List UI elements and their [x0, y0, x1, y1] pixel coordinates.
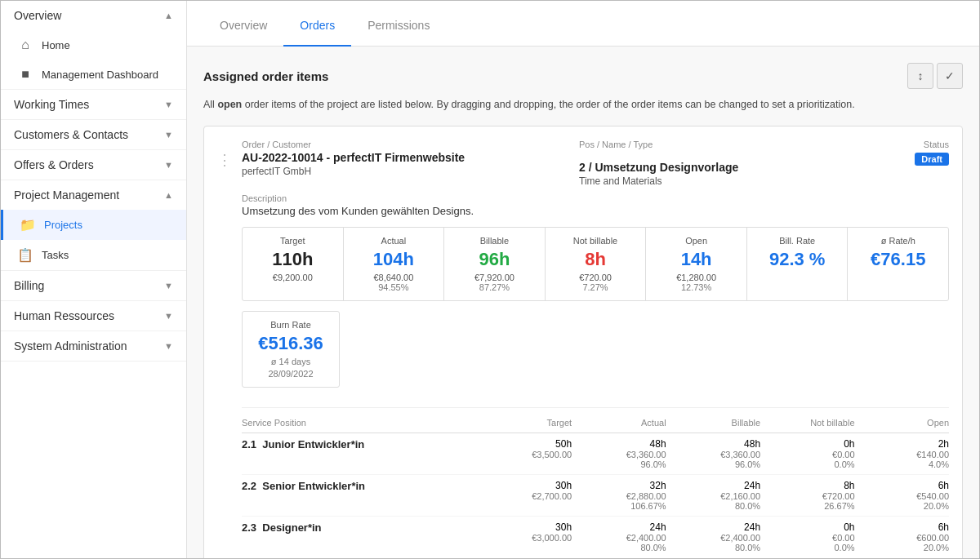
burn-value: €516.36 [254, 333, 327, 354]
chevron-down-icon-4: ▼ [164, 281, 173, 291]
not-billable-pct: 7.27% [555, 282, 636, 292]
service-open: 6h €600.00 20.0% [855, 521, 949, 552]
status-badge: Draft [915, 153, 949, 166]
service-billable: 24h €2,160.00 80.0% [666, 480, 760, 511]
sidebar-section-overview-header[interactable]: Overview ▲ [1, 1, 186, 30]
sidebar-section-working-times: Working Times ▼ [1, 90, 186, 120]
not-billable-label: Not billable [555, 236, 636, 246]
metrics-row: Target 110h €9,200.00 Actual 104h €8,640… [242, 227, 949, 301]
actual-eur: €8,640.00 [354, 273, 434, 282]
actual-pct: 94.55% [354, 282, 434, 292]
col-open-header: Open [855, 418, 949, 428]
service-not-billable: 8h €720.00 26.67% [760, 480, 854, 511]
tabs-bar: Overview Orders Permissions [187, 1, 979, 47]
actual-value: 104h [354, 249, 434, 270]
sidebar-sysadmin-header[interactable]: System Administration ▼ [1, 331, 186, 361]
service-open: 6h €540.00 20.0% [855, 480, 949, 511]
service-rows: 2.1 Junior Entwickler*in 50h €3,500.00 4… [242, 433, 949, 557]
open-bold: open [217, 99, 242, 110]
drag-handle[interactable]: ⋮ [217, 140, 232, 169]
avg-rate-value: €76.15 [858, 249, 938, 270]
sidebar-project-mgmt-label: Project Management [14, 189, 119, 202]
target-label: Target [252, 236, 333, 246]
metric-open: Open 14h €1,280.00 12.73% [646, 228, 747, 300]
home-icon: ⌂ [17, 38, 33, 52]
confirm-button[interactable]: ✓ [937, 63, 963, 89]
burn-rate-box: Burn Rate €516.36 ø 14 days 28/09/2022 [242, 311, 340, 388]
sidebar-working-times-header[interactable]: Working Times ▼ [1, 90, 186, 119]
service-target: 30h €3,000.00 [478, 521, 572, 543]
burn-date: 28/09/2022 [254, 369, 327, 379]
chevron-down-icon-6: ▼ [164, 341, 173, 351]
service-name: 2.3 Designer*in [242, 521, 478, 534]
sort-button[interactable]: ↕ [907, 63, 933, 89]
sidebar-tasks-label: Tasks [42, 249, 69, 261]
service-billable: 48h €3,360.00 96.0% [666, 438, 760, 469]
sidebar-section-offers: Offers & Orders ▼ [1, 150, 186, 180]
chevron-down-icon-3: ▼ [164, 160, 173, 170]
sidebar-hr-header[interactable]: Human Ressources ▼ [1, 301, 186, 331]
service-target: 30h €2,700.00 [478, 480, 572, 501]
sidebar-section-hr: Human Ressources ▼ [1, 301, 186, 331]
sidebar-item-projects[interactable]: 📁 Projects [1, 210, 186, 240]
metric-bill-rate: Bill. Rate 92.3 % [747, 228, 849, 300]
pos-meta: Pos / Name / Type 2 / Umsetzung Designvo… [579, 140, 884, 187]
not-billable-eur: €720.00 [555, 273, 636, 282]
sidebar-section-project-management: Project Management ▲ 📁 Projects 📋 Tasks [1, 180, 186, 271]
table-row: 2.3 Designer*in 30h €3,000.00 24h €2,400… [242, 517, 949, 557]
service-actual: 32h €2,880.00 106.67% [572, 480, 666, 511]
tab-orders[interactable]: Orders [283, 6, 351, 47]
sidebar-item-management-dashboard[interactable]: ■ Management Dashboard [1, 60, 186, 89]
open-value: 14h [656, 249, 737, 270]
sidebar-hr-label: Human Ressources [14, 309, 114, 322]
status-label: Status [884, 140, 949, 149]
service-billable: 24h €2,400.00 80.0% [666, 521, 760, 552]
billable-pct: 87.27% [454, 282, 535, 292]
info-text: All open order items of the project are … [203, 97, 963, 113]
sidebar-home-label: Home [42, 39, 70, 51]
not-billable-value: 8h [555, 249, 636, 270]
metric-not-billable: Not billable 8h €720.00 7.27% [546, 228, 647, 300]
sidebar: Overview ▲ ⌂ Home ■ Management Dashboard… [1, 1, 187, 558]
desc-label: Description [242, 193, 949, 203]
sidebar-customers-header[interactable]: Customers & Contacts ▼ [1, 120, 186, 149]
tab-permissions[interactable]: Permissions [351, 6, 446, 47]
chevron-down-icon: ▼ [164, 100, 173, 109]
sidebar-item-tasks[interactable]: 📋 Tasks [1, 240, 186, 270]
pos-name: 2 / Umsetzung Designvorlage [579, 161, 884, 174]
open-label: Open [656, 236, 737, 246]
service-positions-table: Service Position Target Actual Billable … [242, 407, 949, 557]
desc-text: Umsetzung des vom Kunden gewählten Desig… [242, 205, 949, 217]
order-header: Order / Customer AU-2022-10014 - perfect… [242, 140, 949, 187]
sidebar-working-times-label: Working Times [14, 98, 89, 111]
sidebar-section-customers: Customers & Contacts ▼ [1, 120, 186, 150]
sidebar-item-home[interactable]: ⌂ Home [1, 30, 186, 60]
pos-type: Time and Materials [579, 175, 884, 187]
sidebar-project-management-header[interactable]: Project Management ▲ [1, 180, 186, 210]
table-row: 2.1 Junior Entwickler*in 50h €3,500.00 4… [242, 433, 949, 475]
pos-name-type-label: Pos / Name / Type [579, 140, 884, 149]
billable-label: Billable [454, 236, 535, 246]
sidebar-customers-label: Customers & Contacts [14, 128, 128, 141]
metric-actual: Actual 104h €8,640.00 94.55% [344, 228, 445, 300]
bill-rate-value: 92.3 % [757, 249, 838, 270]
sidebar-offers-header[interactable]: Offers & Orders ▼ [1, 150, 186, 180]
tab-overview[interactable]: Overview [203, 6, 283, 47]
sidebar-overview-label: Overview [14, 9, 61, 22]
metric-billable: Billable 96h €7,920.00 87.27% [444, 228, 546, 300]
chevron-up-icon: ▲ [164, 11, 173, 20]
metric-target: Target 110h €9,200.00 [243, 228, 344, 300]
service-open: 2h €140.00 4.0% [855, 438, 949, 469]
col-not-billable-header: Not billable [760, 418, 854, 428]
status-area: Status Draft [884, 140, 949, 166]
service-not-billable: 0h €0.00 0.0% [760, 438, 854, 469]
service-table-header: Service Position Target Actual Billable … [242, 415, 949, 433]
sidebar-section-sysadmin: System Administration ▼ [1, 331, 186, 362]
dashboard-icon: ■ [17, 67, 33, 82]
sidebar-billing-header[interactable]: Billing ▼ [1, 271, 186, 300]
col-billable-header: Billable [666, 418, 760, 428]
sidebar-section-billing: Billing ▼ [1, 271, 186, 301]
metric-avg-rate: ø Rate/h €76.15 [848, 228, 948, 300]
service-not-billable: 0h €0.00 0.0% [760, 521, 854, 552]
sidebar-section-overview: Overview ▲ ⌂ Home ■ Management Dashboard [1, 1, 186, 90]
